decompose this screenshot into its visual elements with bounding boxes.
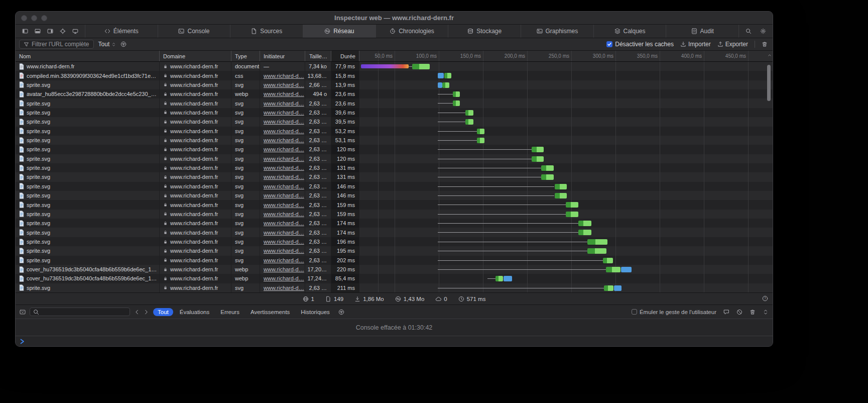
network-request-row[interactable]: sprite.svgwww.richard-dern.frsvgwww.rich… [16, 182, 773, 191]
console-tab-avertissements[interactable]: Avertissements [246, 308, 294, 316]
network-request-row[interactable]: sprite.svgwww.richard-dern.frsvgwww.rich… [16, 127, 773, 136]
network-request-row[interactable]: sprite.svgwww.richard-dern.frsvgwww.rich… [16, 163, 773, 172]
clear-console-icon[interactable] [736, 309, 742, 315]
tab-calques[interactable]: Calques [594, 25, 667, 38]
column-header-duree[interactable]: Durée [331, 51, 359, 61]
network-request-row[interactable]: sprite.svgwww.richard-dern.frsvgwww.rich… [16, 80, 773, 89]
close-button[interactable] [21, 15, 27, 21]
tab-chronologies[interactable]: Chronologies [376, 25, 449, 38]
column-header-domaine[interactable]: Domaine [160, 51, 231, 61]
initiator-link[interactable]: www.richard-d… [264, 266, 304, 272]
network-request-row[interactable]: sprite.svgwww.richard-dern.frsvgwww.rich… [16, 219, 773, 228]
console-prompt-row[interactable] [16, 336, 773, 347]
export-button[interactable]: Exporter [717, 41, 748, 48]
initiator-link[interactable]: www.richard-d… [264, 285, 304, 291]
initiator-link[interactable]: www.richard-d… [264, 239, 304, 245]
network-request-row[interactable]: sprite.svgwww.richard-dern.frsvgwww.rich… [16, 145, 773, 154]
initiator-link[interactable]: www.richard-d… [264, 137, 304, 143]
network-request-row[interactable]: sprite.svgwww.richard-dern.frsvgwww.rich… [16, 283, 773, 292]
resize-panel-icon[interactable] [763, 309, 769, 315]
console-trash-icon[interactable] [750, 309, 756, 315]
network-request-row[interactable]: sprite.svgwww.richard-dern.frsvgwww.rich… [16, 108, 773, 117]
initiator-link[interactable]: www.richard-d… [264, 248, 304, 254]
network-request-row[interactable]: sprite.svgwww.richard-dern.frsvgwww.rich… [16, 98, 773, 108]
network-request-row[interactable]: compiled.min.38390909f303624ed9e1cf1bd3f… [16, 71, 773, 80]
clear-network-trash-icon[interactable] [762, 41, 768, 47]
help-icon[interactable]: ? [762, 295, 768, 301]
console-filter-options-icon[interactable] [338, 309, 344, 315]
initiator-link[interactable]: www.richard-d… [264, 156, 304, 162]
console-tab-historiques[interactable]: Historiques [296, 308, 334, 316]
network-request-row[interactable]: cover_hu736519dc3b5040cfa48b6b559b6de6ec… [16, 265, 773, 274]
initiator-link[interactable]: www.richard-d… [264, 146, 304, 152]
search-icon[interactable] [746, 28, 752, 34]
console-search-input[interactable] [30, 308, 130, 316]
gear-icon[interactable] [760, 28, 766, 34]
tab-stockage[interactable]: Stockage [448, 25, 521, 38]
scroll-top-icon[interactable] [767, 53, 772, 58]
column-header-initiateur[interactable]: Initiateur [260, 51, 305, 61]
scope-dropdown[interactable]: Tout [98, 41, 116, 48]
network-request-row[interactable]: sprite.svgwww.richard-dern.frsvgwww.rich… [16, 191, 773, 200]
network-request-row[interactable]: sprite.svgwww.richard-dern.frsvgwww.rich… [16, 136, 773, 145]
network-request-row[interactable]: sprite.svgwww.richard-dern.frsvgwww.rich… [16, 210, 773, 219]
initiator-link[interactable]: www.richard-d… [264, 100, 304, 107]
scrollbar[interactable] [767, 65, 771, 101]
initiator-link[interactable]: www.richard-d… [264, 220, 304, 226]
initiator-link[interactable]: www.richard-d… [264, 119, 304, 125]
network-request-row[interactable]: sprite.svgwww.richard-dern.frsvgwww.rich… [16, 228, 773, 237]
network-request-row[interactable]: www.richard-dern.frwww.richard-dern.frdo… [16, 62, 773, 71]
network-request-row[interactable]: sprite.svgwww.richard-dern.frsvgwww.rich… [16, 246, 773, 255]
console-tab-evaluations[interactable]: Évaluations [175, 308, 214, 316]
tab-console[interactable]: Console [158, 25, 231, 38]
minimize-button[interactable] [31, 15, 37, 21]
dock-left-icon[interactable] [22, 28, 28, 34]
network-request-row[interactable]: avatar_hu85ecc3e298728880b0bde2dcc4e5c23… [16, 89, 773, 98]
network-request-row[interactable]: sprite.svgwww.richard-dern.frsvgwww.rich… [16, 172, 773, 181]
disable-caches-checkbox[interactable]: Désactiver les caches [606, 41, 674, 48]
initiator-link[interactable]: www.richard-d… [264, 257, 304, 263]
tab-elements[interactable]: Éléments [85, 25, 158, 38]
quick-console-icon[interactable] [20, 309, 26, 315]
initiator-link[interactable]: www.richard-d… [264, 174, 304, 180]
initiator-link[interactable]: www.richard-d… [264, 202, 304, 208]
initiator-link[interactable]: www.richard-d… [264, 275, 304, 281]
initiator-link[interactable]: www.richard-d… [264, 192, 304, 198]
tab-sources[interactable]: Sources [230, 25, 303, 38]
dock-bottom-icon[interactable] [35, 28, 41, 34]
zoom-button[interactable] [41, 15, 47, 21]
tab-reseau[interactable]: Réseau [303, 25, 376, 38]
tab-audit[interactable]: Audit [666, 25, 739, 38]
chevron-right-icon[interactable] [143, 309, 149, 315]
initiator-link[interactable]: www.richard-d… [264, 165, 304, 171]
import-button[interactable]: Importer [680, 41, 711, 48]
column-header-nom[interactable]: Nom [16, 51, 160, 61]
console-tab-erreurs[interactable]: Erreurs [216, 308, 244, 316]
filter-options-icon[interactable] [120, 41, 127, 47]
tab-graphismes[interactable]: Graphismes [521, 25, 594, 38]
initiator-link[interactable]: www.richard-d… [264, 91, 304, 97]
initiator-link[interactable]: www.richard-d… [264, 82, 304, 88]
network-request-row[interactable]: sprite.svgwww.richard-dern.frsvgwww.rich… [16, 200, 773, 209]
initiator-link[interactable]: www.richard-d… [264, 211, 304, 217]
initiator-link[interactable]: www.richard-d… [264, 128, 304, 134]
console-tab-tout[interactable]: Tout [153, 308, 173, 316]
chevron-left-icon[interactable] [134, 309, 140, 315]
network-request-row[interactable]: sprite.svgwww.richard-dern.frsvgwww.rich… [16, 256, 773, 265]
inspect-element-icon[interactable] [60, 28, 66, 34]
initiator-link[interactable]: www.richard-d… [264, 230, 304, 236]
column-header-type[interactable]: Type [231, 51, 260, 61]
device-icon[interactable] [72, 28, 78, 34]
message-bubble-icon[interactable] [723, 309, 729, 315]
emulate-user-gesture-checkbox[interactable]: Émuler le geste de l'utilisateur [632, 309, 716, 315]
network-request-row[interactable]: sprite.svgwww.richard-dern.frsvgwww.rich… [16, 117, 773, 126]
url-filter-input[interactable]: Filtrer l'URL complète [19, 40, 94, 49]
initiator-link[interactable]: www.richard-d… [264, 110, 304, 116]
network-request-row[interactable]: cover_hu736519dc3b5040cfa48b6b559b6de6ec… [16, 274, 773, 283]
column-header-taille[interactable]: Taille… [305, 51, 331, 61]
network-request-row[interactable]: sprite.svgwww.richard-dern.frsvgwww.rich… [16, 154, 773, 163]
dock-right-icon[interactable] [47, 28, 53, 34]
initiator-link[interactable]: www.richard-d… [264, 183, 304, 189]
network-request-row[interactable]: sprite.svgwww.richard-dern.frsvgwww.rich… [16, 237, 773, 246]
initiator-link[interactable]: www.richard-d… [264, 73, 304, 79]
